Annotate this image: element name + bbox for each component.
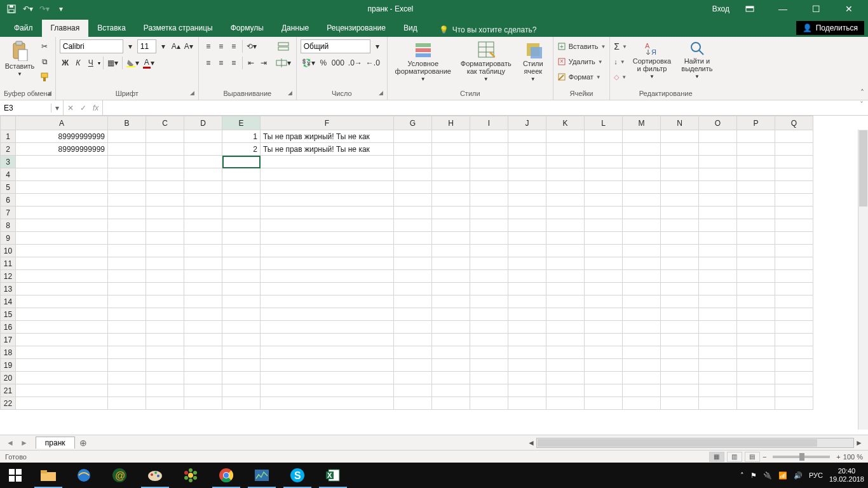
cell[interactable]	[623, 397, 661, 410]
cell[interactable]	[699, 194, 737, 207]
cell[interactable]	[222, 207, 261, 219]
cell[interactable]	[184, 156, 222, 168]
cell[interactable]	[623, 384, 661, 397]
cell[interactable]	[261, 270, 394, 283]
column-header[interactable]: L	[585, 116, 623, 130]
tab-insert[interactable]: Вставка	[88, 20, 135, 37]
cell[interactable]	[546, 359, 585, 372]
cell[interactable]	[108, 270, 146, 283]
row-header[interactable]: 13	[1, 283, 16, 295]
cell[interactable]	[661, 207, 699, 219]
cell[interactable]	[661, 384, 699, 397]
cell[interactable]	[470, 397, 508, 410]
font-color-icon[interactable]: А▾	[142, 56, 156, 70]
cell[interactable]	[737, 295, 775, 308]
cell[interactable]	[16, 194, 108, 207]
name-box[interactable]: ▾	[0, 100, 64, 115]
cell[interactable]	[737, 168, 775, 181]
cell[interactable]	[222, 334, 261, 346]
insert-cells-button[interactable]: +Вставить▼	[557, 39, 606, 53]
column-header[interactable]: C	[146, 116, 184, 130]
row-header[interactable]: 10	[1, 245, 16, 257]
cell[interactable]	[16, 397, 108, 410]
cell[interactable]	[16, 321, 108, 334]
copy-icon[interactable]: ⧉	[38, 55, 51, 69]
cell[interactable]	[222, 283, 261, 295]
cell[interactable]	[699, 232, 737, 245]
horizontal-scrollbar[interactable]	[536, 438, 854, 448]
row-header[interactable]: 1	[1, 130, 16, 143]
cell[interactable]	[737, 384, 775, 397]
cell[interactable]	[470, 359, 508, 372]
cell[interactable]	[623, 308, 661, 321]
cell[interactable]	[623, 346, 661, 359]
cell[interactable]	[699, 321, 737, 334]
cell[interactable]	[16, 168, 108, 181]
cell[interactable]	[623, 232, 661, 245]
cell[interactable]	[470, 346, 508, 359]
align-center-icon[interactable]: ≡	[215, 56, 227, 70]
cell[interactable]	[699, 384, 737, 397]
cell[interactable]	[508, 156, 546, 168]
cell[interactable]	[222, 245, 261, 257]
cell[interactable]	[16, 308, 108, 321]
cell[interactable]	[184, 143, 222, 156]
cell[interactable]	[222, 257, 261, 270]
cell[interactable]	[623, 143, 661, 156]
cell[interactable]	[546, 295, 585, 308]
cell[interactable]	[623, 257, 661, 270]
cell[interactable]	[775, 384, 813, 397]
cell[interactable]	[184, 168, 222, 181]
cell[interactable]	[222, 359, 261, 372]
maximize-icon[interactable]: ☐	[803, 4, 829, 14]
cell[interactable]	[508, 384, 546, 397]
vertical-scrollbar[interactable]	[858, 130, 868, 430]
cell[interactable]	[222, 219, 261, 232]
row-header[interactable]: 14	[1, 295, 16, 308]
cell[interactable]	[508, 245, 546, 257]
number-format-input[interactable]	[301, 39, 370, 53]
cell[interactable]	[432, 359, 470, 372]
cell[interactable]	[585, 384, 623, 397]
row-header[interactable]: 8	[1, 219, 16, 232]
cell[interactable]	[432, 346, 470, 359]
row-header[interactable]: 6	[1, 194, 16, 207]
cell[interactable]	[546, 130, 585, 143]
cell[interactable]	[16, 372, 108, 384]
cell[interactable]	[623, 130, 661, 143]
cell[interactable]	[775, 308, 813, 321]
cell[interactable]	[470, 257, 508, 270]
cell[interactable]	[508, 270, 546, 283]
cell[interactable]	[108, 245, 146, 257]
cell[interactable]	[146, 143, 184, 156]
cell[interactable]	[184, 232, 222, 245]
cell[interactable]	[432, 156, 470, 168]
cell[interactable]	[585, 232, 623, 245]
dialog-launcher-icon[interactable]: ◢	[45, 90, 54, 98]
cell[interactable]	[16, 257, 108, 270]
cell[interactable]	[184, 283, 222, 295]
cell[interactable]	[775, 270, 813, 283]
cell[interactable]	[508, 397, 546, 410]
cell[interactable]	[108, 219, 146, 232]
cell[interactable]	[16, 207, 108, 219]
cell[interactable]	[623, 283, 661, 295]
cell[interactable]	[546, 346, 585, 359]
align-top-icon[interactable]: ≡	[203, 39, 214, 53]
taskbar-taskmgr-icon[interactable]	[244, 463, 280, 488]
align-middle-icon[interactable]: ≡	[215, 39, 227, 53]
ribbon-options-icon[interactable]	[737, 4, 763, 14]
tray-clock[interactable]: 20:40 19.02.2018	[829, 467, 864, 484]
login-label[interactable]: Вход	[712, 4, 729, 13]
cell[interactable]	[470, 143, 508, 156]
cell[interactable]	[470, 130, 508, 143]
column-header[interactable]: A	[16, 116, 108, 130]
cell[interactable]	[432, 397, 470, 410]
row-header[interactable]: 11	[1, 257, 16, 270]
cell[interactable]	[261, 257, 394, 270]
cell[interactable]	[184, 194, 222, 207]
cell[interactable]	[146, 156, 184, 168]
cell[interactable]	[699, 245, 737, 257]
column-header[interactable]: K	[546, 116, 585, 130]
cell[interactable]	[585, 168, 623, 181]
